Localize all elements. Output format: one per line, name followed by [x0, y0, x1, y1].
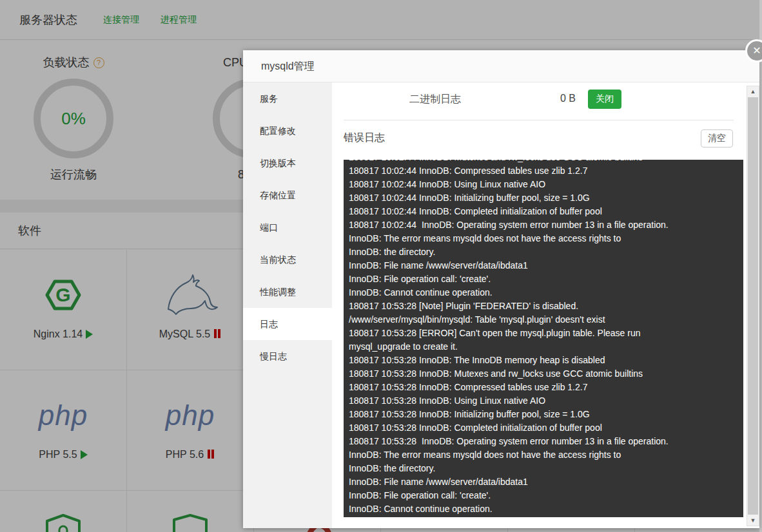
binlog-toggle-button[interactable]: 关闭 [588, 90, 621, 109]
log-line: /www/server/mysql/bin/mysqld: Table 'mys… [349, 313, 738, 327]
log-line: 180817 10:02:44 InnoDB: Using Linux nati… [349, 178, 738, 191]
log-line: 180817 10:02:44 InnoDB: Compressed table… [349, 164, 738, 178]
log-line: InnoDB: File operation call: 'create'. [349, 489, 738, 502]
log-line: InnoDB: Cannot continue operation. [349, 286, 738, 299]
log-line: 180817 10:02:44 InnoDB: Mutexes and rw_l… [349, 160, 738, 164]
log-line: 180817 10:53:28 [ERROR] Can't open the m… [349, 327, 738, 340]
log-line: 180817 10:53:28 InnoDB: Compressed table… [349, 381, 738, 394]
modal-menu-item-1[interactable]: 服务 [243, 82, 332, 115]
log-line: 180817 10:53:28 InnoDB: Operating system… [349, 435, 738, 448]
log-line: InnoDB: the directory. [349, 462, 738, 475]
log-line: 180817 10:53:28 InnoDB: The InnoDB memor… [349, 354, 738, 367]
scroll-up-icon[interactable]: ▲ [747, 86, 759, 97]
scrollbar-thumb[interactable] [748, 97, 758, 515]
modal-menu-item-3[interactable]: 切换版本 [243, 147, 332, 179]
log-line: 180817 10:53:28 InnoDB: Completed initia… [349, 421, 738, 435]
log-line: 180817 10:53:28 [Note] Plugin 'FEDERATED… [349, 299, 738, 313]
modal-menu-item-2[interactable]: 配置修改 [243, 115, 332, 147]
log-line: 180817 10:02:44 InnoDB: Completed initia… [349, 205, 738, 218]
modal-menu-item-5[interactable]: 端口 [243, 211, 332, 243]
divider [344, 120, 734, 120]
log-line: InnoDB: File name /www/server/data/ibdat… [349, 475, 738, 489]
modal-content: 二进制日志 0 B 关闭 错误日志 清空 180817 10:02:44 Inn… [332, 82, 759, 528]
page-root: 服务器状态 连接管理 进程管理 负载状态? 0% 运行流畅 CPU使用率 8核心 [0, 0, 762, 532]
log-line: InnoDB: the directory. [349, 245, 738, 259]
modal-body: 服务配置修改切换版本存储位置端口当前状态性能调整日志慢日志 二进制日志 0 B … [243, 82, 759, 528]
log-line: 180817 10:53:28 InnoDB: Initializing buf… [349, 408, 738, 421]
binlog-label: 二进制日志 [409, 93, 461, 106]
log-line: mysql_upgrade to create it. [349, 340, 738, 354]
scroll-down-icon[interactable]: ▼ [747, 515, 759, 526]
binlog-size: 0 B [560, 93, 576, 104]
modal-scrollbar[interactable]: ▲ ▼ [747, 86, 759, 526]
log-line: 180817 10:53:28 InnoDB: Mutexes and rw_l… [349, 367, 738, 381]
modal-menu-item-4[interactable]: 存储位置 [243, 179, 332, 211]
mysqld-modal: mysqld管理 服务配置修改切换版本存储位置端口当前状态性能调整日志慢日志 二… [243, 50, 759, 528]
log-line: InnoDB: File name /www/server/data/ibdat… [349, 259, 738, 272]
clear-log-button[interactable]: 清空 [701, 129, 733, 147]
log-line: 180817 10:02:44 InnoDB: Initializing buf… [349, 191, 738, 205]
modal-title: mysqld管理 [243, 50, 759, 82]
log-line: InnoDB: The error means mysqld does not … [349, 232, 738, 245]
log-line: InnoDB: Cannot continue operation. [349, 502, 738, 516]
log-line: 180817 10:53:28 InnoDB: Using Linux nati… [349, 394, 738, 408]
modal-menu-item-6[interactable]: 当前状态 [243, 243, 332, 276]
modal-menu-item-8[interactable]: 日志 [243, 308, 332, 340]
log-line: 180817 10:02:44 InnoDB: Operating system… [349, 218, 738, 232]
modal-menu-item-7[interactable]: 性能调整 [243, 276, 332, 308]
log-line: InnoDB: The error means mysqld does not … [349, 448, 738, 462]
error-log-view[interactable]: 180817 10:02:44 InnoDB: The InnoDB memor… [344, 160, 743, 517]
errlog-label: 错误日志 [344, 131, 385, 145]
modal-menu: 服务配置修改切换版本存储位置端口当前状态性能调整日志慢日志 [243, 82, 332, 528]
page-scrollbar[interactable] [759, 0, 762, 532]
modal-menu-item-9[interactable]: 慢日志 [243, 340, 332, 372]
log-line: InnoDB: File operation call: 'create'. [349, 272, 738, 286]
